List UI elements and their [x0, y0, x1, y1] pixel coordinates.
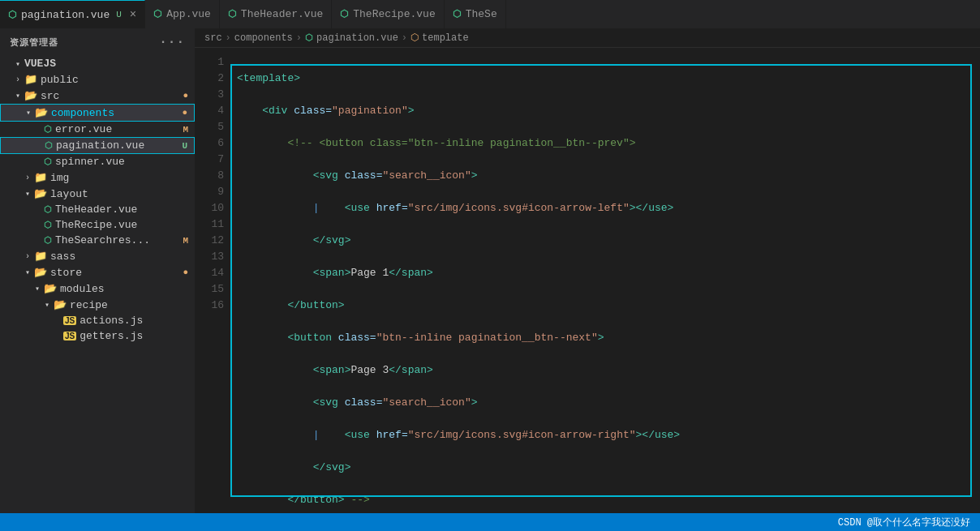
- vue-icon: ⬡: [44, 220, 52, 230]
- tab-label: pagination.vue: [21, 9, 110, 21]
- sidebar-item-label: components: [51, 107, 114, 119]
- more-options-icon[interactable]: ···: [159, 35, 185, 49]
- status-text: CSDN @取个什么名字我还没好: [838, 516, 970, 529]
- folder-icon: 📂: [34, 266, 47, 279]
- vue-icon: ⬡: [228, 8, 236, 20]
- sidebar-item-label: public: [41, 74, 79, 86]
- breadcrumb-sep: ›: [402, 32, 407, 44]
- vue-icon: ⬡: [340, 8, 348, 20]
- breadcrumb-template: template: [422, 32, 469, 44]
- vue-icon: ⬡: [305, 32, 313, 43]
- breadcrumb: src › components › ⬡ pagination.vue › ⬡ …: [195, 28, 980, 48]
- tab-these-vue[interactable]: ⬡ TheSe: [445, 0, 506, 28]
- editor-area: src › components › ⬡ pagination.vue › ⬡ …: [195, 28, 980, 513]
- badge-untracked: U: [182, 141, 187, 151]
- arrow-icon: [23, 189, 32, 199]
- sidebar-item-sass[interactable]: 📁 sass: [0, 248, 195, 264]
- tab-theheader-vue[interactable]: ⬡ TheHeader.vue: [220, 0, 332, 28]
- arrow-icon: [23, 173, 32, 182]
- folder-icon: 📂: [54, 298, 67, 311]
- tab-therecipe-vue[interactable]: ⬡ TheRecipe.vue: [332, 0, 444, 28]
- components-badge: ●: [182, 108, 187, 118]
- vue-icon: ⬡: [44, 204, 52, 215]
- badge-modified: M: [183, 236, 188, 246]
- arrow-icon: [24, 108, 33, 118]
- tab-pagination-vue[interactable]: ⬡ pagination.vue U ×: [0, 0, 145, 28]
- tab-label: App.vue: [166, 8, 211, 20]
- vue-icon: ⬡: [8, 9, 16, 21]
- tab-app-vue[interactable]: ⬡ App.vue: [145, 0, 220, 28]
- arrow-icon: [23, 268, 32, 277]
- sidebar-header: 资源管理器 ···: [0, 28, 195, 56]
- sidebar-item-label: TheHeader.vue: [55, 203, 137, 216]
- arrow-icon: [23, 251, 32, 261]
- sidebar-item-label: modules: [60, 283, 105, 295]
- main-area: 资源管理器 ··· VUEJS 📁 public 📂 src ●: [0, 28, 980, 513]
- sidebar-item-store[interactable]: 📂 store ●: [0, 264, 195, 280]
- sidebar-item-public[interactable]: 📁 public: [0, 71, 195, 88]
- js-icon: JS: [63, 316, 76, 325]
- vue-icon: ⬡: [153, 8, 161, 20]
- section-label: VUEJS: [24, 58, 56, 70]
- sidebar-item-getters-js[interactable]: JS getters.js: [0, 328, 195, 344]
- sidebar-content: VUEJS 📁 public 📂 src ● 📂 components ●: [0, 56, 195, 513]
- line-numbers: 1 2 3 4 5 6 7 8 9 10 11 12 13 14 15 16: [195, 48, 230, 513]
- sidebar-item-label: recipe: [70, 299, 108, 311]
- sidebar-item-label: pagination.vue: [56, 139, 144, 152]
- sidebar-item-label: actions.js: [80, 315, 143, 327]
- folder-icon: 📁: [34, 250, 47, 263]
- vue-icon: ⬡: [44, 156, 52, 167]
- sidebar-item-label: src: [41, 90, 59, 102]
- breadcrumb-sep: ›: [296, 32, 302, 44]
- badge-modified: M: [183, 125, 188, 135]
- folder-icon: 📁: [34, 171, 47, 184]
- src-badge: ●: [183, 91, 188, 101]
- vue-icon: ⬡: [44, 124, 52, 135]
- sidebar-item-error-vue[interactable]: ⬡ error.vue M: [0, 122, 195, 137]
- sidebar-item-label: store: [50, 267, 82, 279]
- sidebar-item-recipe[interactable]: 📂 recipe: [0, 297, 195, 313]
- sidebar-item-img[interactable]: 📁 img: [0, 169, 195, 186]
- sidebar-item-modules[interactable]: 📂 modules: [0, 280, 195, 297]
- status-bar: CSDN @取个什么名字我还没好: [0, 513, 980, 531]
- sidebar-item-label: layout: [50, 188, 88, 200]
- breadcrumb-src[interactable]: src: [204, 32, 222, 44]
- sidebar-item-label: TheRecipe.vue: [55, 219, 137, 231]
- breadcrumb-sep: ›: [226, 32, 231, 44]
- arrow-icon: [42, 300, 52, 310]
- sidebar-item-spinner-vue[interactable]: ⬡ spinner.vue: [0, 154, 195, 169]
- sidebar-title: 资源管理器: [10, 36, 58, 49]
- vue-icon: ⬡: [453, 8, 461, 20]
- sidebar-item-actions-js[interactable]: JS actions.js: [0, 313, 195, 328]
- close-icon[interactable]: ×: [130, 8, 136, 21]
- tab-label: TheRecipe.vue: [353, 8, 435, 20]
- sidebar-item-therecipe-vue[interactable]: ⬡ TheRecipe.vue: [0, 217, 195, 233]
- sidebar-item-components[interactable]: 📂 components ●: [0, 104, 195, 122]
- arrow-icon: [32, 284, 42, 293]
- store-badge: ●: [183, 268, 188, 277]
- sidebar-item-layout[interactable]: 📂 layout: [0, 186, 195, 202]
- arrow-icon: [13, 59, 23, 69]
- arrow-icon: [13, 91, 23, 101]
- breadcrumb-components[interactable]: components: [234, 32, 293, 44]
- code-editor[interactable]: 1 2 3 4 5 6 7 8 9 10 11 12 13 14 15 16 <…: [195, 48, 980, 513]
- section-vuejs[interactable]: VUEJS: [0, 56, 195, 71]
- sidebar: 资源管理器 ··· VUEJS 📁 public 📂 src ●: [0, 28, 195, 513]
- code-content[interactable]: <template> <div class="pagination"> <!--…: [230, 48, 980, 513]
- template-icon: ⬡: [410, 32, 419, 44]
- folder-icon: 📂: [44, 282, 57, 295]
- js-icon: JS: [63, 332, 76, 340]
- folder-icon: 📂: [35, 106, 48, 119]
- vue-icon: ⬡: [44, 235, 52, 246]
- tab-bar: ⬡ pagination.vue U × ⬡ App.vue ⬡ TheHead…: [0, 0, 980, 28]
- tab-badge-u: U: [116, 10, 122, 19]
- sidebar-item-src[interactable]: 📂 src ●: [0, 88, 195, 104]
- sidebar-item-thesearchres-vue[interactable]: ⬡ TheSearchres... M: [0, 233, 195, 248]
- folder-icon: 📂: [24, 89, 37, 102]
- breadcrumb-filename[interactable]: pagination.vue: [316, 32, 398, 44]
- sidebar-item-theheader-vue[interactable]: ⬡ TheHeader.vue: [0, 202, 195, 217]
- sidebar-item-label: spinner.vue: [55, 156, 125, 168]
- sidebar-item-pagination-vue[interactable]: ⬡ pagination.vue U: [0, 137, 195, 154]
- sidebar-item-label: error.vue: [55, 123, 112, 135]
- folder-icon: 📁: [24, 73, 37, 86]
